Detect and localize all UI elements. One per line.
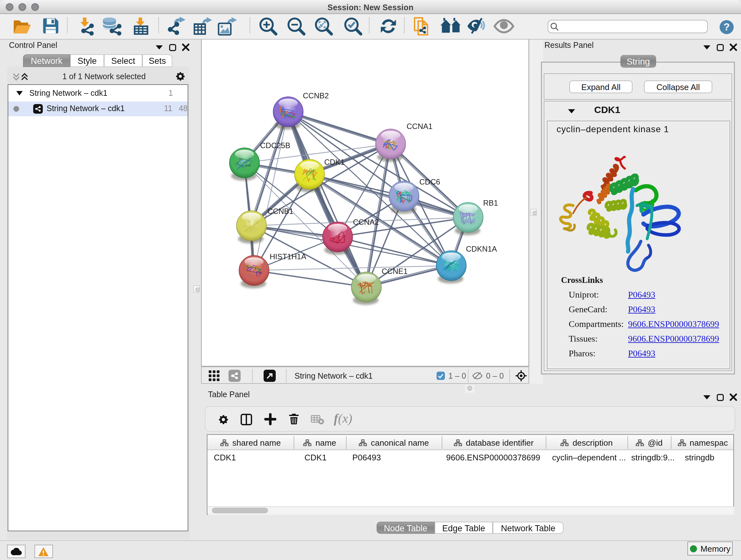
svg-text:CCNB2: CCNB2 — [303, 91, 329, 100]
svg-text:CCNA1: CCNA1 — [407, 122, 432, 131]
svg-text:?: ? — [724, 21, 730, 33]
svg-text:RB1: RB1 — [483, 199, 498, 207]
svg-text:CCNA2: CCNA2 — [353, 218, 379, 226]
svg-text:CDC6: CDC6 — [419, 178, 440, 186]
svg-text:CCNB1: CCNB1 — [267, 207, 293, 215]
svg-text:CDKN1A: CDKN1A — [466, 245, 497, 253]
svg-text:HIST1H1A: HIST1H1A — [270, 252, 307, 261]
svg-text:CDC25B: CDC25B — [260, 141, 290, 150]
svg-text:CCNE1: CCNE1 — [382, 267, 408, 275]
svg-text:CDK1: CDK1 — [324, 158, 345, 166]
